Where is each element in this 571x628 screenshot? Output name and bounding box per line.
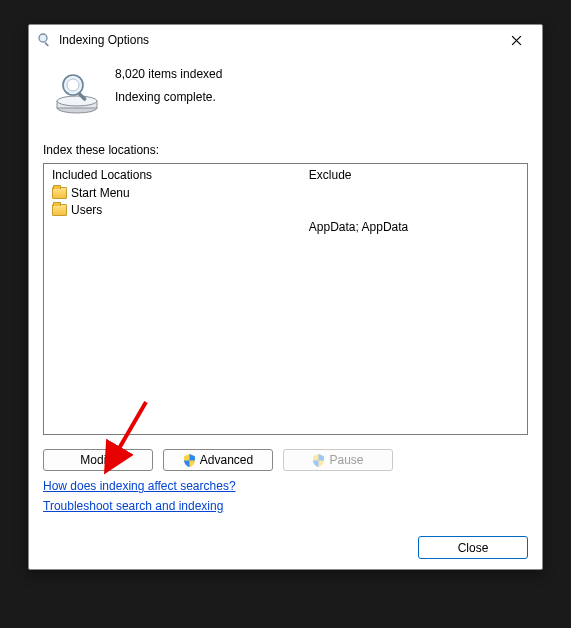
- folder-icon: [52, 187, 67, 199]
- items-indexed-label: 8,020 items indexed: [115, 63, 222, 86]
- link-how-affects[interactable]: How does indexing affect searches?: [43, 479, 236, 493]
- list-header: Included Locations Exclude: [44, 164, 527, 184]
- magnifier-icon: [37, 32, 53, 48]
- folder-icon: [52, 204, 67, 216]
- status-row: 8,020 items indexed Indexing complete.: [43, 61, 528, 117]
- dialog-content: 8,020 items indexed Indexing complete. I…: [29, 55, 542, 569]
- location-name: Users: [71, 203, 102, 217]
- indexing-state-label: Indexing complete.: [115, 86, 222, 109]
- shield-icon: [183, 454, 196, 467]
- footer: Close: [43, 528, 528, 559]
- advanced-button[interactable]: Advanced: [163, 449, 273, 471]
- pause-label: Pause: [329, 453, 363, 467]
- locations-label: Index these locations:: [43, 143, 528, 157]
- dialog-title: Indexing Options: [59, 33, 494, 47]
- location-name: Start Menu: [71, 186, 130, 200]
- exclude-value: [309, 184, 519, 201]
- svg-rect-1: [44, 42, 49, 47]
- shield-icon: [312, 454, 325, 467]
- pause-button: Pause: [283, 449, 393, 471]
- help-links: How does indexing affect searches? Troub…: [43, 479, 528, 513]
- svg-point-0: [39, 34, 47, 42]
- svg-point-6: [67, 79, 79, 91]
- locations-list: Included Locations Exclude Start Menu Us…: [43, 163, 528, 435]
- exclude-value: AppData; AppData: [309, 218, 519, 235]
- list-item[interactable]: Start Menu: [52, 184, 309, 201]
- link-troubleshoot[interactable]: Troubleshoot search and indexing: [43, 499, 223, 513]
- col-header-exclude[interactable]: Exclude: [309, 168, 519, 182]
- advanced-label: Advanced: [200, 453, 253, 467]
- index-status-icon: [51, 65, 103, 117]
- modify-button[interactable]: Modify: [43, 449, 153, 471]
- col-header-included[interactable]: Included Locations: [52, 168, 309, 182]
- close-button[interactable]: Close: [418, 536, 528, 559]
- titlebar: Indexing Options: [29, 25, 542, 55]
- indexing-options-dialog: Indexing Options 8,020 items indexed Ind…: [28, 24, 543, 570]
- list-item[interactable]: Users: [52, 201, 309, 218]
- close-icon[interactable]: [494, 26, 538, 54]
- svg-point-4: [57, 96, 97, 106]
- list-body: Start Menu Users AppData; AppData: [44, 184, 527, 434]
- status-text: 8,020 items indexed Indexing complete.: [115, 61, 222, 109]
- button-row: Modify Advanced: [43, 449, 528, 471]
